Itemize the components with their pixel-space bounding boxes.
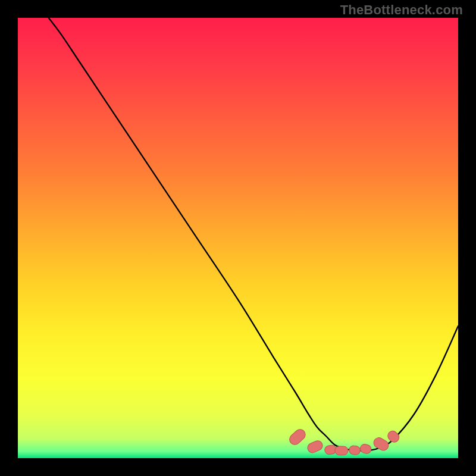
optimal-marker: [335, 446, 348, 455]
plot-area: [18, 18, 458, 458]
gradient-bg: [18, 18, 458, 458]
watermark-text: TheBottleneck.com: [340, 2, 463, 18]
chart-svg: [18, 18, 458, 458]
chart-frame: TheBottleneck.com: [0, 0, 476, 476]
